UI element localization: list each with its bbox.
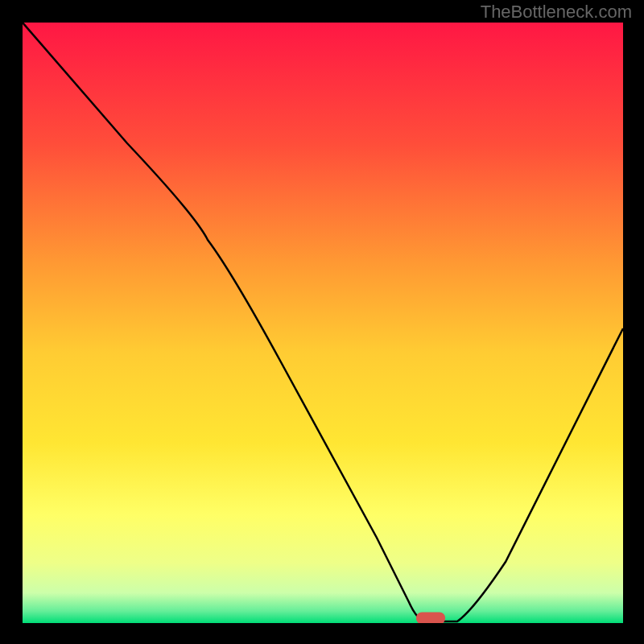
watermark-text: TheBottleneck.com bbox=[481, 2, 632, 23]
bottleneck-curve bbox=[23, 23, 623, 623]
optimal-marker bbox=[416, 613, 445, 624]
chart-area bbox=[23, 23, 623, 623]
